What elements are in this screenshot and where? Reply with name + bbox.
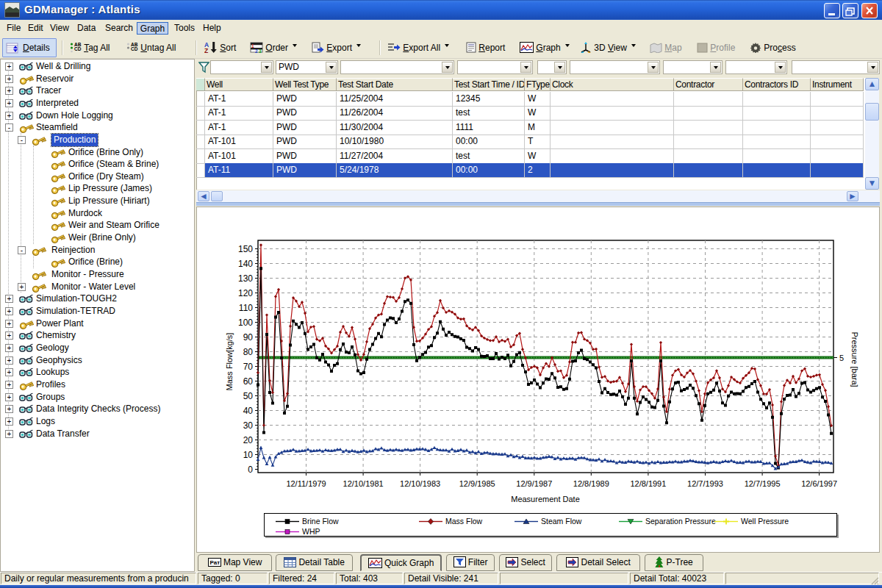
svg-text:90: 90: [243, 332, 254, 343]
svg-text:Measurement Date: Measurement Date: [511, 495, 580, 503]
svg-text:100: 100: [238, 318, 253, 328]
svg-text:12/8/1991: 12/8/1991: [630, 479, 666, 488]
svg-text:12/7/1993: 12/7/1993: [687, 479, 723, 488]
svg-text:50: 50: [243, 391, 254, 401]
svg-text:80: 80: [243, 347, 254, 357]
svg-text:12/9/1987: 12/9/1987: [516, 479, 552, 488]
svg-text:40: 40: [243, 406, 254, 416]
svg-text:1: 1: [251, 43, 254, 49]
svg-text:140: 140: [238, 259, 253, 269]
svg-text:0: 0: [248, 465, 253, 475]
svg-text:12/6/1997: 12/6/1997: [801, 479, 837, 488]
svg-text:30: 30: [243, 420, 254, 431]
svg-text:120: 120: [238, 288, 253, 298]
svg-text:Pат: Pат: [209, 559, 220, 566]
svg-text:70: 70: [243, 362, 254, 372]
svg-text:10: 10: [243, 450, 254, 460]
svg-text:2: 2: [255, 49, 258, 54]
svg-text:60: 60: [243, 376, 254, 387]
svg-text:130: 130: [238, 273, 253, 284]
svg-text:12/11/1979: 12/11/1979: [286, 479, 326, 488]
svg-text:Mass Flow[kg/s]: Mass Flow[kg/s]: [225, 333, 234, 391]
svg-text:150: 150: [238, 244, 253, 254]
svg-text:12/10/1983: 12/10/1983: [400, 479, 440, 488]
svg-text:12/10/1981: 12/10/1981: [343, 479, 384, 488]
svg-text:12/7/1995: 12/7/1995: [745, 479, 781, 488]
svg-text:CD: CD: [131, 46, 138, 51]
svg-text:110: 110: [239, 303, 253, 313]
svg-text:Z: Z: [204, 47, 208, 54]
svg-text:3: 3: [259, 49, 262, 54]
svg-text:CD: CD: [74, 46, 82, 51]
svg-text:Pressure [bara]: Pressure [bara]: [850, 331, 859, 387]
svg-text:12/9/1985: 12/9/1985: [459, 479, 495, 488]
svg-text:20: 20: [243, 435, 254, 445]
svg-text:5: 5: [839, 354, 844, 362]
svg-text:12/8/1989: 12/8/1989: [573, 479, 609, 488]
